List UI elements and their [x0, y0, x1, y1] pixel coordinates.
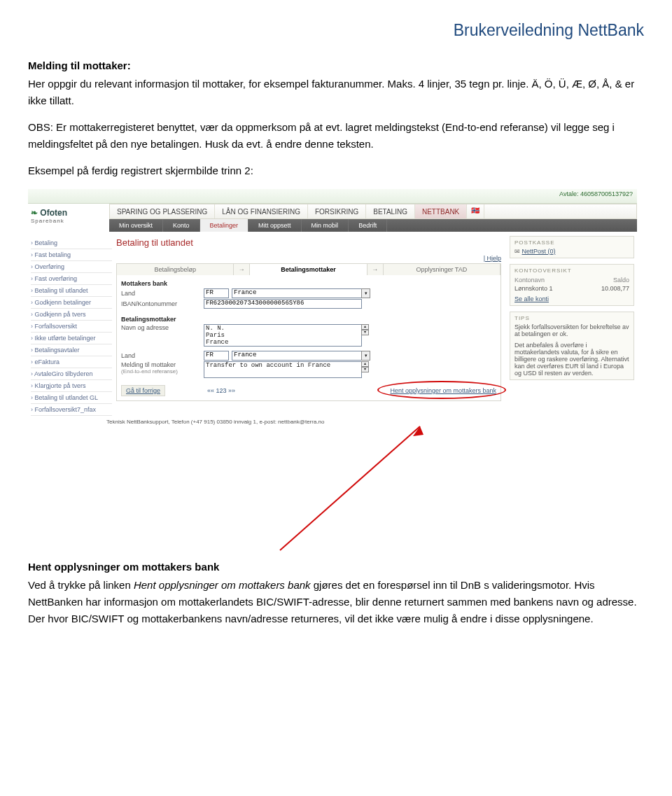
tips-text-1: Sjekk forfallsoversikten for bekreftelse…	[514, 323, 629, 337]
help-link[interactable]: | Hjelp	[116, 255, 501, 262]
label-land: Land	[121, 290, 204, 297]
tips-box: TIPS Sjekk forfallsoversikten for bekref…	[510, 312, 634, 380]
field-land-code[interactable]: FR	[204, 288, 229, 298]
sidebar-nav: Betaling Fast betaling Overføring Fast o…	[28, 232, 112, 416]
text-run: Ved å trykke på linken	[28, 579, 134, 591]
sidebar-item[interactable]: Fast betaling	[31, 249, 112, 261]
nav-laan[interactable]: LÅN OG FINANSIERING	[215, 204, 308, 218]
sidebar-item[interactable]: AvtaleGiro tilbyderen	[31, 368, 112, 380]
nav-sparing[interactable]: SPARING OG PLASSERING	[110, 204, 215, 218]
label-melding-sub: (End-to-end referanse)	[121, 368, 204, 375]
se-alle-link[interactable]: Se alle konti	[514, 295, 549, 302]
sidebar-item[interactable]: Forfallsoversikt	[31, 321, 112, 333]
sidebar-item[interactable]: Fast overføring	[31, 273, 112, 285]
label-land2: Land	[121, 352, 204, 359]
nav-forsikring[interactable]: FORSIKRING	[308, 204, 366, 218]
nav-nettbank[interactable]: NETTBANK	[415, 204, 467, 218]
bank-logo: ❧ Ofoten Sparebank	[31, 208, 106, 224]
step-1[interactable]: Betalingsbeløp	[117, 264, 234, 275]
chevron-down-icon[interactable]: ▾	[361, 351, 370, 361]
chevron-down-icon[interactable]: ▾	[361, 288, 370, 298]
main-nav: SPARING OG PLASSERING LÅN OG FINANSIERIN…	[109, 204, 637, 219]
sidebar-item[interactable]: Betaling til utlandet	[31, 285, 112, 297]
step-2[interactable]: Betalingsmottaker	[250, 264, 367, 275]
sidebar-item[interactable]: Betaling	[31, 237, 112, 249]
field-land2-code[interactable]: FR	[204, 351, 229, 361]
subnav-mitt-oppsett[interactable]: Mitt oppsett	[248, 219, 302, 232]
step-3[interactable]: Opplysninger TAD	[384, 264, 500, 275]
action-bar: Gå til forrige «« 123 »» Hent opplysning…	[121, 385, 496, 396]
document-header: Brukerveiledning NettBank	[28, 21, 644, 40]
field-iban[interactable]: FR62300020734300000056SY86	[204, 299, 362, 309]
subnav-min-oversikt[interactable]: Min oversikt	[109, 219, 163, 232]
paragraph: Eksempel på ferdig registrert skjermbild…	[28, 162, 644, 179]
sidebar-item[interactable]: Betalingsavtaler	[31, 344, 112, 356]
leaf-icon: ❧	[31, 208, 38, 218]
label-iban: IBAN/Kontonummer	[121, 300, 204, 307]
nettpost-link[interactable]: NettPost (0)	[522, 248, 556, 255]
nav-flag[interactable]: 🇳🇴	[467, 204, 484, 218]
logo-text: Ofoten	[40, 208, 67, 218]
wizard-steps: Betalingsbeløp → Betalingsmottaker → Opp…	[116, 263, 501, 275]
sidebar-item[interactable]: Betaling til utlandet GL	[31, 392, 112, 404]
col-kontonavn: Kontonavn	[514, 277, 545, 284]
subnav-konto[interactable]: Konto	[163, 219, 200, 232]
stepper-icon[interactable]: ▴▾	[361, 324, 369, 335]
sidebar-item[interactable]: Godkjenn betalinger	[31, 297, 112, 309]
right-sidebar: POSTKASSE ✉ NettPost (0) KONTOOVERSIKT K…	[505, 232, 637, 416]
page-title: Betaling til utlandet	[116, 237, 501, 248]
embedded-screenshot: Avtale: 46058700513792? ❧ Ofoten Spareba…	[28, 189, 637, 425]
field-melding[interactable]: Transfer to own account in France	[204, 361, 362, 378]
link-hent-opplysninger[interactable]: Hent opplysninger om mottakers bank	[390, 387, 496, 394]
form-panel: Betaling til utlandet | Hjelp Betalingsb…	[112, 232, 505, 416]
text-run-italic: Hent opplysninger om mottakers bank	[134, 579, 311, 591]
kontooversikt-title: KONTOOVERSIKT	[514, 267, 629, 274]
paragraph: OBS: Er mottakerregisteret benyttet, vær…	[28, 119, 644, 153]
annotation-arrow	[28, 421, 637, 554]
heading-hent: Hent opplysninger om mottakers bank	[28, 561, 644, 573]
sidebar-item[interactable]: Overføring	[31, 261, 112, 273]
subnav-bedrift[interactable]: Bedrift	[349, 219, 387, 232]
postkasse-box: POSTKASSE ✉ NettPost (0)	[510, 236, 634, 258]
label-melding-text: Melding til mottaker	[121, 361, 176, 368]
form-heading-bank: Mottakers bank	[121, 280, 496, 287]
mail-icon: ✉	[514, 248, 520, 255]
page-123[interactable]: «« 123 »»	[207, 387, 235, 394]
postkasse-title: POSTKASSE	[514, 239, 629, 246]
field-land2-name[interactable]: France	[232, 351, 362, 361]
account-balance: 10.008,77	[601, 285, 629, 292]
label-melding: Melding til mottaker (End-to-end referan…	[121, 361, 204, 375]
paragraph: Ved å trykke på linken Hent opplysninger…	[28, 577, 644, 627]
field-land-name[interactable]: France	[232, 288, 362, 298]
prev-button[interactable]: Gå til forrige	[121, 385, 165, 396]
form-heading-mottaker: Betalingsmottaker	[121, 316, 496, 323]
sidebar-item[interactable]: Godkjenn på tvers	[31, 309, 112, 321]
stepper-icon[interactable]: ▴▾	[361, 361, 369, 372]
col-saldo: Saldo	[613, 277, 629, 284]
account-name: Lønnskonto 1	[514, 285, 553, 292]
sidebar-item[interactable]: Ikke utførte betalinger	[31, 333, 112, 344]
sidebar-item[interactable]: Forfallsoversikt7_nfax	[31, 404, 112, 416]
logo-subtext: Sparebank	[31, 218, 106, 224]
subnav-min-mobil[interactable]: Min mobil	[302, 219, 349, 232]
sidebar-item[interactable]: Klargjorte på tvers	[31, 380, 112, 392]
field-navn-adresse[interactable]: N. N. Paris France	[204, 324, 362, 347]
kontooversikt-box: KONTOOVERSIKT Kontonavn Saldo Lønnskonto…	[510, 264, 634, 306]
avatar-topbar: Avtale: 46058700513792?	[28, 189, 637, 204]
sidebar-item[interactable]: eFaktura	[31, 356, 112, 368]
tips-title: TIPS	[514, 315, 629, 321]
label-navn: Navn og adresse	[121, 324, 204, 331]
paragraph: Her oppgir du relevant informasjon til m…	[28, 76, 644, 109]
tips-text-2: Det anbefales å overføre i mottakerlande…	[514, 342, 629, 377]
logo-column: ❧ Ofoten Sparebank	[28, 204, 109, 232]
nav-betaling[interactable]: BETALING	[366, 204, 415, 218]
sub-nav: Min oversikt Konto Betalinger Mitt oppse…	[109, 219, 637, 232]
subnav-betalinger[interactable]: Betalinger	[200, 219, 249, 232]
heading-melding: Melding til mottaker:	[28, 60, 644, 71]
svg-line-0	[280, 426, 420, 550]
